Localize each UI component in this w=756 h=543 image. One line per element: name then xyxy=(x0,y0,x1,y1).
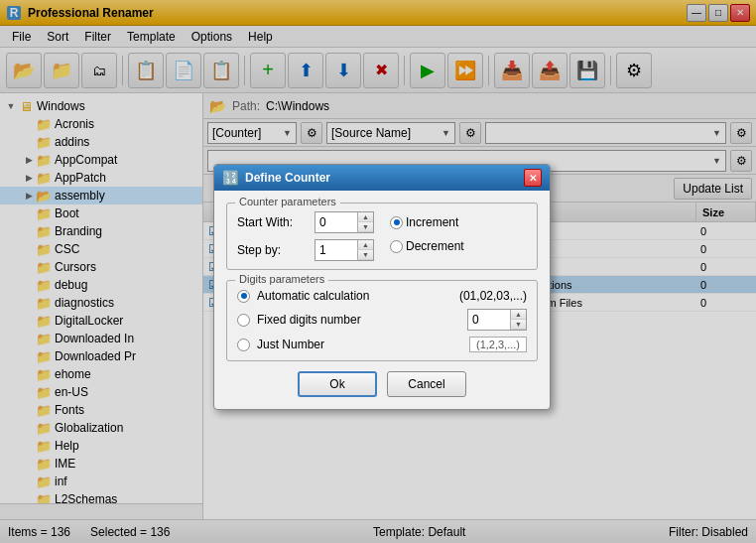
step-down-arrow[interactable]: ▼ xyxy=(357,250,373,260)
decrement-label: Decrement xyxy=(406,239,464,253)
counter-params-label: Counter parameters xyxy=(235,196,340,207)
auto-calc-row: Automatic calculation (01,02,03,...) xyxy=(237,289,527,303)
auto-calc-radio-dot[interactable] xyxy=(237,290,250,303)
modal-title-bar: 🔢 Define Counter ✕ xyxy=(214,165,550,191)
start-with-input[interactable] xyxy=(315,215,357,229)
modal-title-icon: 🔢 xyxy=(222,170,239,186)
fixed-digits-spinner[interactable]: ▲ ▼ xyxy=(467,309,527,331)
digits-params-group: Digits parameters Automatic calculation … xyxy=(226,280,538,361)
just-number-radio[interactable]: Just Number xyxy=(237,338,324,351)
decrement-radio-dot[interactable] xyxy=(390,240,403,253)
step-up-arrow[interactable]: ▲ xyxy=(357,240,373,250)
modal-overlay: 🔢 Define Counter ✕ Counter parameters St… xyxy=(0,0,756,543)
step-by-row: Step by: ▲ ▼ xyxy=(237,239,374,261)
modal-close-button[interactable]: ✕ xyxy=(524,169,542,187)
just-number-value: (1,2,3,...) xyxy=(469,337,527,352)
step-by-spinner[interactable]: ▲ ▼ xyxy=(315,239,374,261)
auto-calc-radio[interactable]: Automatic calculation xyxy=(237,289,369,303)
step-by-input[interactable] xyxy=(315,243,357,257)
start-with-spinner[interactable]: ▲ ▼ xyxy=(315,211,374,233)
fixed-digits-input[interactable] xyxy=(468,313,510,327)
auto-calc-label: Automatic calculation xyxy=(257,289,369,303)
fixed-up-arrow[interactable]: ▲ xyxy=(510,310,526,320)
fixed-digits-radio-dot[interactable] xyxy=(237,314,250,327)
fixed-digits-radio[interactable]: Fixed digits number xyxy=(237,313,361,327)
modal-body: Counter parameters Start With: ▲ ▼ xyxy=(214,191,550,409)
fixed-digits-label: Fixed digits number xyxy=(257,313,361,327)
ok-button[interactable]: Ok xyxy=(298,371,377,397)
fixed-digits-row: Fixed digits number ▲ ▼ xyxy=(237,309,527,331)
increment-radio[interactable]: Increment xyxy=(390,215,464,229)
increment-radio-dot[interactable] xyxy=(390,216,403,229)
start-with-label: Start With: xyxy=(237,215,307,229)
start-with-arrows[interactable]: ▲ ▼ xyxy=(357,212,373,232)
auto-calc-value: (01,02,03,...) xyxy=(459,289,527,303)
just-number-row: Just Number (1,2,3,...) xyxy=(237,337,527,352)
define-counter-dialog: 🔢 Define Counter ✕ Counter parameters St… xyxy=(213,164,551,410)
modal-title: Define Counter xyxy=(245,171,518,185)
modal-buttons: Ok Cancel xyxy=(226,371,538,397)
just-number-label: Just Number xyxy=(257,338,324,351)
counter-params-group: Counter parameters Start With: ▲ ▼ xyxy=(226,203,538,270)
increment-label: Increment xyxy=(406,215,458,229)
start-down-arrow[interactable]: ▼ xyxy=(357,222,373,232)
just-number-radio-dot[interactable] xyxy=(237,339,250,351)
fixed-down-arrow[interactable]: ▼ xyxy=(510,320,526,330)
fixed-digits-arrows[interactable]: ▲ ▼ xyxy=(510,310,526,330)
step-by-arrows[interactable]: ▲ ▼ xyxy=(357,240,373,260)
decrement-radio[interactable]: Decrement xyxy=(390,239,464,253)
digits-params-label: Digits parameters xyxy=(235,273,328,285)
step-by-label: Step by: xyxy=(237,243,307,257)
start-with-row: Start With: ▲ ▼ xyxy=(237,211,374,233)
start-up-arrow[interactable]: ▲ xyxy=(357,212,373,222)
cancel-button[interactable]: Cancel xyxy=(387,371,466,397)
